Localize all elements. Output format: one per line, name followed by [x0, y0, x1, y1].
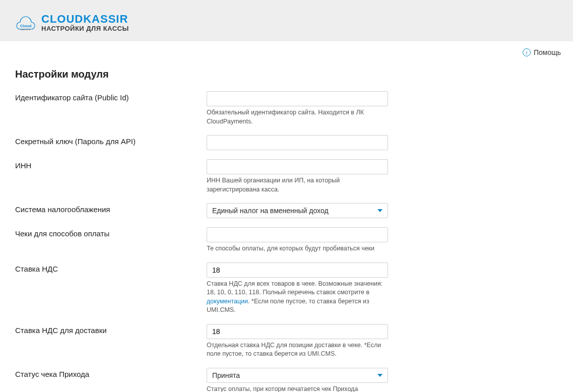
label-tax-system: Система налогооблажения — [15, 203, 207, 214]
header: Cloud KASSIR CLOUDKASSIR НАСТРОЙКИ ДЛЯ К… — [0, 0, 573, 41]
public-id-input[interactable] — [207, 91, 388, 106]
chevron-down-icon — [377, 209, 383, 212]
hint-public-id: Обязательный идентификатор сайта. Находи… — [207, 108, 388, 126]
logo: Cloud KASSIR CLOUDKASSIR НАСТРОЙКИ ДЛЯ К… — [15, 13, 129, 32]
brand-subtitle: НАСТРОЙКИ ДЛЯ КАССЫ — [41, 25, 129, 32]
label-status-income: Статус чека Прихода — [15, 368, 207, 378]
help-label: Помощь — [534, 48, 561, 56]
label-vat: Ставка НДС — [15, 263, 207, 273]
status-income-value: Принята — [212, 371, 240, 379]
vat-input[interactable] — [207, 263, 388, 278]
hint-inn: ИНН Вашей организации или ИП, на который… — [207, 176, 388, 194]
label-secret: Секретный ключ (Пароль для API) — [15, 135, 207, 146]
secret-input[interactable] — [207, 135, 388, 150]
label-public-id: Идентификатор сайта (Public Id) — [15, 91, 207, 102]
tax-system-select[interactable]: Единый налог на вмененный доход — [207, 203, 388, 218]
section-title: Настройки модуля — [15, 69, 558, 80]
label-payment-methods: Чеки для способов оплаты — [15, 227, 207, 238]
chevron-down-icon — [377, 374, 383, 377]
hint-payment-methods: Те способы оплаты, для которых будут про… — [207, 244, 388, 253]
inn-input[interactable] — [207, 159, 388, 174]
status-income-select[interactable]: Принята — [207, 368, 388, 383]
hint-vat-delivery: Отдельная ставка НДС для позиции доставк… — [207, 341, 388, 359]
info-icon: i — [523, 48, 531, 56]
svg-text:KASSIR: KASSIR — [21, 28, 31, 31]
documentation-link[interactable]: документации — [207, 298, 248, 305]
hint-status-income: Статус оплаты, при которм печатается чек… — [207, 385, 388, 392]
vat-delivery-input[interactable] — [207, 324, 388, 339]
brand-title: CLOUDKASSIR — [41, 13, 129, 25]
hint-vat: Ставка НДС для всех товаров в чеке. Возм… — [207, 280, 388, 315]
help-link[interactable]: i Помощь — [523, 48, 561, 56]
label-vat-delivery: Ставка НДС для доставки — [15, 324, 207, 335]
label-inn: ИНН — [15, 159, 207, 170]
cloud-icon: Cloud KASSIR — [15, 13, 36, 32]
svg-text:Cloud: Cloud — [20, 24, 32, 28]
payment-methods-input[interactable] — [207, 227, 388, 242]
tax-system-value: Единый налог на вмененный доход — [212, 207, 329, 215]
